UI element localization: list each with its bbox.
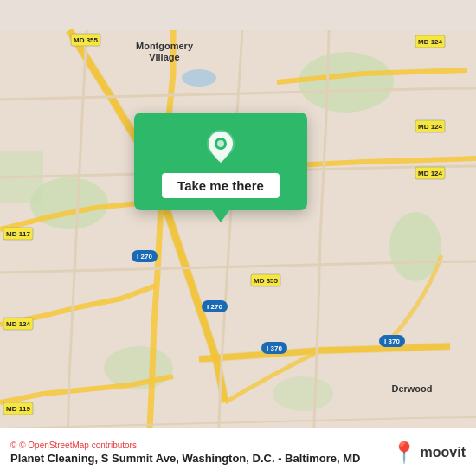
bottom-info-bar: © © OpenStreetMap contributors Planet Cl… — [0, 428, 476, 476]
moovit-pin-icon: 📍 — [391, 441, 417, 465]
map-pin-icon — [202, 128, 240, 166]
svg-text:MD 124: MD 124 — [418, 123, 443, 131]
map-background: MD 355 MD 124 MD 124 MD 124 MD 117 MD 12… — [0, 0, 476, 476]
svg-text:MD 117: MD 117 — [6, 230, 31, 238]
svg-text:MD 119: MD 119 — [6, 405, 31, 413]
svg-text:Derwood: Derwood — [391, 383, 432, 394]
svg-text:I 270: I 270 — [207, 303, 222, 311]
svg-text:MD 124: MD 124 — [418, 170, 443, 177]
moovit-wordmark: moovit — [421, 445, 466, 460]
location-info: © © OpenStreetMap contributors Planet Cl… — [10, 441, 361, 465]
svg-point-6 — [273, 376, 333, 411]
osm-attribution: © © OpenStreetMap contributors — [10, 441, 361, 450]
svg-point-37 — [217, 140, 224, 147]
svg-text:I 270: I 270 — [137, 253, 152, 261]
svg-text:MD 124: MD 124 — [6, 320, 31, 328]
svg-text:Montgomery: Montgomery — [136, 41, 194, 51]
location-label: Planet Cleaning, S Summit Ave, Washingto… — [10, 452, 361, 465]
svg-text:I 370: I 370 — [267, 344, 282, 352]
svg-text:Village: Village — [149, 52, 179, 62]
svg-text:MD 355: MD 355 — [74, 36, 99, 44]
map-container: MD 355 MD 124 MD 124 MD 124 MD 117 MD 12… — [0, 0, 476, 476]
svg-point-2 — [299, 52, 394, 113]
svg-text:MD 355: MD 355 — [254, 277, 279, 285]
moovit-branding: 📍 moovit — [391, 441, 466, 465]
svg-point-7 — [182, 69, 216, 87]
svg-text:MD 124: MD 124 — [418, 38, 443, 46]
take-me-there-button[interactable]: Take me there — [162, 173, 280, 198]
svg-text:I 370: I 370 — [384, 338, 400, 345]
copyright-symbol: © — [10, 441, 16, 450]
location-popup: Take me there — [134, 113, 307, 210]
